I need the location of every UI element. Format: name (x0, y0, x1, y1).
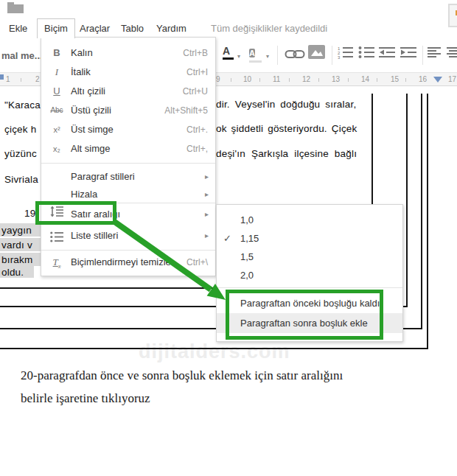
menu-tablo[interactable]: Tablo (121, 23, 144, 34)
doc-text: "Karaca (4, 99, 41, 111)
ruler-number: 11 (273, 75, 280, 83)
toolbar-separator (277, 46, 278, 65)
menu-item-alt-simge[interactable]: x₂ Alt simge Ctrl+, (41, 139, 215, 158)
numbered-list-icon[interactable]: 123 (337, 46, 353, 62)
menu-item-shortcut: Alt+Shift+5 (164, 101, 208, 120)
menu-item-label: Üstü çizili (71, 101, 111, 120)
annotation-arrow-icon (103, 215, 232, 307)
ruler-number: 13 (332, 75, 340, 83)
menu-item-label: Alt simge (71, 139, 110, 158)
spacing-option-2-0[interactable]: 2,0 (217, 266, 402, 285)
menu-ekle[interactable]: Ekle (9, 23, 27, 34)
submenu-arrow-icon: ▸ (205, 167, 209, 186)
frame-line (427, 94, 428, 349)
decrease-indent-icon[interactable] (379, 46, 395, 62)
align-left-icon[interactable] (428, 46, 441, 62)
app-window: Ekle Biçim Araçlar Tablo Yardım Tüm deği… (0, 0, 457, 476)
menu-yardim[interactable]: Yardım (156, 23, 186, 34)
list-styles-icon (48, 230, 66, 249)
ruler-number: 10 (243, 75, 251, 83)
menu-bicim[interactable]: Biçim (37, 18, 75, 38)
doc-text: çiçek h (4, 124, 36, 135)
bold-icon: B (48, 43, 66, 63)
menu-item-label: Kalın (71, 43, 93, 63)
menu-item-label: Altı çizili (71, 82, 105, 101)
insert-image-icon[interactable] (308, 45, 325, 62)
doc-text-selected: yaygın (1, 225, 32, 236)
text-color-button[interactable]: A (223, 46, 234, 60)
ruler-number: 16 (419, 75, 427, 83)
caption-line-2: belirle işaretine tıklıyoruz (21, 391, 150, 406)
ruler-number: 14 (361, 75, 369, 83)
margin-marker-icon[interactable] (433, 77, 442, 83)
frame-line (406, 94, 408, 307)
highlight-chevron-icon[interactable]: ▾ (266, 53, 269, 60)
spacing-option-1-0[interactable]: 1,0 (217, 211, 402, 230)
option-label: 2,0 (240, 266, 254, 285)
frame-line (421, 94, 422, 329)
save-status: Tüm değişiklikler kaydedildi (211, 23, 327, 34)
toolbar-separator (332, 46, 332, 65)
superscript-icon: x² (48, 120, 66, 139)
indent-marker[interactable] (0, 74, 4, 80)
insert-link-icon[interactable] (285, 49, 305, 62)
watermark: dijitalders.com (139, 340, 290, 363)
folder-icon[interactable] (7, 4, 24, 13)
menu-item-alti-cizili[interactable]: U Altı çizili Ctrl+U (41, 82, 215, 101)
menu-item-ustu-cizili[interactable]: Abc Üstü çizili Alt+Shift+5 (41, 101, 215, 120)
menu-item-label: İtalik (71, 63, 91, 82)
spacing-option-1-5[interactable]: 1,5 (217, 248, 402, 267)
annotation-box-paragraph-actions (226, 290, 383, 340)
svg-text:3: 3 (338, 55, 341, 59)
doc-text: dir. Veysel'in doğduğu sıralar, (216, 99, 356, 110)
menu-item-shortcut: Ctrl+, (186, 139, 208, 158)
menu-item-paragraf-stilleri[interactable]: Paragraf stilleri ▸ (41, 167, 215, 186)
doc-text: deşi'ın Şarkışla ilçesine bağlı (216, 148, 357, 159)
doc-text-selected: oldu. (1, 267, 24, 278)
top-right-button[interactable] (448, 4, 457, 27)
menu-item-label: Paragraf stilleri (71, 167, 135, 186)
doc-text-selected: bırakm (1, 254, 32, 265)
text-color-chevron-icon[interactable]: ▾ (237, 53, 240, 60)
menu-item-label: Üst simge (71, 120, 114, 139)
submenu-arrow-icon: ▸ (205, 185, 209, 204)
clear-formatting-icon: Tx (48, 253, 66, 272)
highlight-color-button[interactable]: A (249, 46, 262, 63)
underline-icon: U (48, 82, 66, 101)
paragraph-style-dropdown[interactable]: mal me... (1, 50, 43, 61)
italic-icon: I (48, 63, 66, 82)
ruler-number: 12 (302, 75, 310, 83)
doc-text: ok şiddetli gösteriyordu. Çiçek (216, 123, 357, 134)
menu-item-ust-simge[interactable]: x² Üst simge Ctrl+. (41, 120, 215, 139)
ruler-number: 2 (35, 75, 40, 83)
menu-separator (41, 163, 215, 164)
text-color-bar (223, 57, 234, 60)
caption-line-1: 20-paragrafdan önce ve sonra boşluk ekle… (21, 368, 343, 383)
ruler-number: 1 (6, 75, 10, 83)
menu-item-shortcut: Ctrl+I (186, 63, 208, 82)
doc-text: Sivriala (4, 174, 38, 185)
menu-item-kalin[interactable]: B Kalın Ctrl+B (41, 43, 215, 63)
ruler-number: 17 (448, 75, 456, 83)
menu-item-shortcut: Ctrl+B (183, 43, 208, 63)
menu-separator (217, 287, 402, 288)
text-color-glyph: A (223, 45, 230, 57)
doc-text-selected: vardı v (1, 239, 32, 251)
align-center-icon[interactable] (447, 46, 457, 62)
bulleted-list-icon[interactable] (358, 46, 374, 62)
ruler-number: 15 (391, 75, 399, 83)
ruler-number: 9 (216, 75, 220, 83)
highlight-glyph: A (249, 49, 255, 57)
doc-text: 19 (24, 208, 35, 219)
menu-araclar[interactable]: Araçlar (80, 23, 110, 34)
option-label: 1,5 (240, 248, 254, 267)
option-label: 1,15 (240, 229, 259, 248)
strikethrough-icon: Abc (48, 101, 66, 120)
highlight-bar (249, 60, 262, 63)
frame-line (0, 348, 428, 349)
toolbar-separator (422, 46, 423, 65)
menu-item-italik[interactable]: I İtalik Ctrl+I (41, 63, 215, 82)
increase-indent-icon[interactable] (400, 46, 416, 62)
menu-item-shortcut: Ctrl+U (183, 82, 208, 101)
spacing-option-1-15[interactable]: ✓ 1,15 (217, 229, 402, 248)
